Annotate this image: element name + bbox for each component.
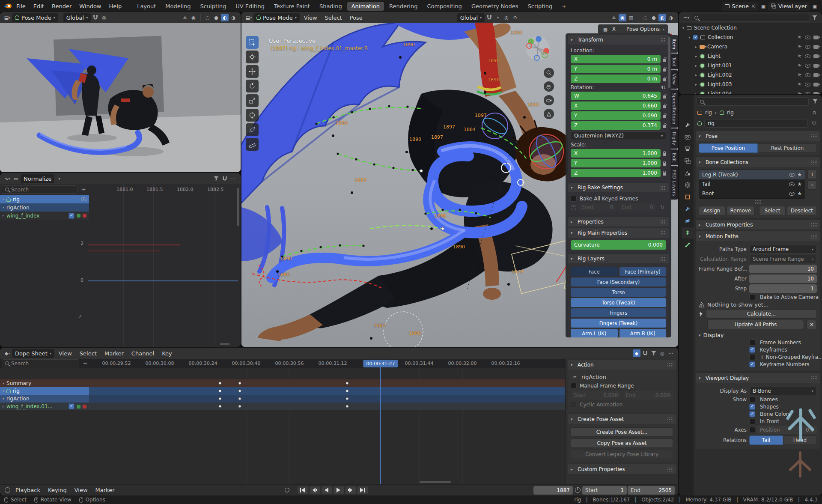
- menu-file[interactable]: File: [13, 3, 29, 9]
- relations-head-button[interactable]: Head: [783, 435, 817, 445]
- rig-layer-fingers-tweak[interactable]: Fingers (Tweak): [571, 319, 666, 328]
- orientation-dropdown[interactable]: Global▾: [63, 13, 91, 22]
- shading-wireframe-icon[interactable]: ◌: [641, 14, 649, 21]
- menu-playback[interactable]: Playback: [12, 487, 44, 493]
- update-all-paths-button[interactable]: Update All Paths: [707, 320, 804, 329]
- tool-icon[interactable]: ▦: [602, 25, 609, 33]
- render-visibility-icon[interactable]: [813, 45, 819, 49]
- rig-layer-face-primary[interactable]: Face (Primary): [619, 267, 667, 276]
- zoom-icon[interactable]: [544, 68, 554, 78]
- shapes-checkbox[interactable]: [749, 404, 755, 410]
- selectable-icon[interactable]: [798, 64, 802, 67]
- cyclic-animation-checkbox[interactable]: [571, 402, 577, 408]
- workspace-tab-animation[interactable]: Animation: [347, 2, 384, 11]
- selectable-icon[interactable]: [798, 92, 802, 94]
- names-checkbox[interactable]: [749, 397, 755, 403]
- workspace-tab-layout[interactable]: Layout: [133, 2, 160, 11]
- shading-material-icon[interactable]: ◐: [221, 14, 229, 21]
- outliner-type-icon[interactable]: ☰▾: [682, 14, 690, 21]
- pose-panel-header[interactable]: ▾Pose: [696, 131, 820, 141]
- pivot-point-icon[interactable]: ⊙: [511, 14, 519, 21]
- mode-dropdown[interactable]: Pose Mode▾: [12, 13, 58, 22]
- tab-render-icon[interactable]: [682, 131, 694, 143]
- snap-magnet-icon[interactable]: [485, 14, 493, 21]
- bake-all-checkbox[interactable]: [571, 196, 577, 202]
- tool-measure[interactable]: [246, 138, 259, 151]
- xray-toggle-icon[interactable]: ▥: [627, 14, 635, 21]
- lock-icon[interactable]: [663, 115, 666, 118]
- rig-layers-header[interactable]: ▾Rig Layers: [568, 254, 669, 263]
- clear-paths-button[interactable]: ✕: [807, 320, 817, 329]
- new-viewlayer-icon[interactable]: ▣: [811, 2, 819, 10]
- snap-options-icon[interactable]: ▾: [494, 14, 502, 21]
- frame-numbers-checkbox[interactable]: [749, 340, 755, 346]
- rest-position-button[interactable]: Rest Position: [758, 143, 817, 153]
- frame-end-field[interactable]: End2505: [628, 486, 675, 495]
- channel-enable-checkbox[interactable]: [68, 213, 74, 219]
- keyframe[interactable]: [219, 382, 222, 385]
- dope-more-icon[interactable]: ⋯: [667, 349, 675, 357]
- graph-channel-rigaction[interactable]: ▾rigAction: [0, 203, 89, 212]
- lock-icon[interactable]: [663, 153, 666, 156]
- outliner-light-002[interactable]: ▸ Light.002: [679, 70, 822, 80]
- keyframe[interactable]: [219, 405, 222, 408]
- menu-window[interactable]: Window: [76, 3, 104, 9]
- proportional-edit-icon[interactable]: ◎: [100, 14, 108, 21]
- rig-main-properties-header[interactable]: ▾Rig Main Properties: [568, 228, 669, 238]
- graph-plot-area[interactable]: 1881.0 1881.5 1882.0 1882.5 4 2 0 -2 Sea…: [0, 184, 241, 347]
- next-keyframe-button[interactable]: [345, 486, 356, 494]
- graph-ghost-curves-icon[interactable]: ▭: [12, 175, 20, 182]
- graph-channel-bone[interactable]: ▸ wing_f_index: [0, 212, 89, 220]
- convert-legacy-pose-library-button[interactable]: Convert Legacy Pose Library: [571, 450, 673, 459]
- tab-object-data-icon[interactable]: [682, 227, 694, 239]
- bone-collections-list[interactable]: Leg.R (Tweak)★ Tail★ Root★: [699, 170, 805, 199]
- tab-view-layer-icon[interactable]: [682, 155, 694, 167]
- show-gizmo-icon[interactable]: ⟁: [181, 14, 189, 21]
- bone-collections-header[interactable]: ▾Bone Collections: [696, 157, 820, 167]
- menu-marker[interactable]: Marker: [92, 487, 118, 493]
- workspace-tab-sculpting[interactable]: Sculpting: [196, 2, 230, 11]
- normalize-options-icon[interactable]: ▾: [55, 175, 63, 182]
- keyframe[interactable]: [238, 397, 241, 400]
- dope-editor-type-icon[interactable]: ◆▾: [3, 349, 11, 357]
- scene-unlink-icon[interactable]: ✕: [751, 3, 756, 9]
- pose-position-button[interactable]: Pose Position: [699, 143, 758, 153]
- tab-world-icon[interactable]: [682, 179, 694, 191]
- tool-move[interactable]: [246, 65, 259, 78]
- bone-colors-checkbox[interactable]: [749, 411, 755, 417]
- keyframe[interactable]: [238, 390, 241, 393]
- sidebar-scrollbar[interactable]: [668, 37, 670, 88]
- keyframe[interactable]: [238, 405, 241, 408]
- add-collection-button[interactable]: +: [807, 170, 817, 179]
- menu-key[interactable]: Key: [158, 350, 176, 357]
- scale-y-field[interactable]: Y1.000: [571, 159, 661, 167]
- rotation-4l-toggle[interactable]: 4L: [661, 85, 666, 90]
- selectable-icon[interactable]: [798, 54, 802, 58]
- graph-more-icon[interactable]: ⋯: [229, 175, 237, 182]
- render-visibility-icon[interactable]: [813, 36, 819, 39]
- auto-keying-toggle[interactable]: [283, 486, 291, 494]
- create-pose-asset-header[interactable]: ▾Create Pose Asset: [568, 414, 676, 424]
- tab-scene-icon[interactable]: [682, 167, 694, 179]
- rig-layer-torso[interactable]: Torso: [571, 288, 666, 297]
- dope-channel-rigaction[interactable]: ▾rigAction: [0, 395, 89, 403]
- eye-icon[interactable]: [789, 182, 795, 186]
- shading-solid-icon[interactable]: ●: [650, 14, 658, 21]
- remove-button[interactable]: Remove: [727, 206, 755, 215]
- pose-options-dropdown[interactable]: Pose Options: [626, 26, 660, 32]
- frame-range-after-field[interactable]: 10: [749, 274, 817, 283]
- custom-properties-header[interactable]: ▸Custom Properties: [696, 220, 820, 230]
- bake-end-field[interactable]: End0: [619, 203, 657, 212]
- collection-checkbox[interactable]: [693, 35, 698, 40]
- eye-icon[interactable]: [81, 197, 86, 201]
- frame-range-before-field[interactable]: 10: [749, 265, 817, 273]
- tab-object-icon[interactable]: [682, 191, 694, 203]
- tab-tool-icon[interactable]: [682, 119, 694, 131]
- show-gizmo-icon[interactable]: ⟁: [610, 14, 618, 21]
- workspace-tab-shading[interactable]: Shading: [315, 2, 346, 11]
- outliner-filter-icon[interactable]: [811, 14, 819, 21]
- lock-icon[interactable]: [663, 105, 666, 108]
- hide-icon[interactable]: [805, 45, 810, 49]
- workspace-tab-geometry-nodes[interactable]: Geometry Nodes: [467, 2, 523, 11]
- graph-editor-type-icon[interactable]: ∿▾: [3, 175, 11, 182]
